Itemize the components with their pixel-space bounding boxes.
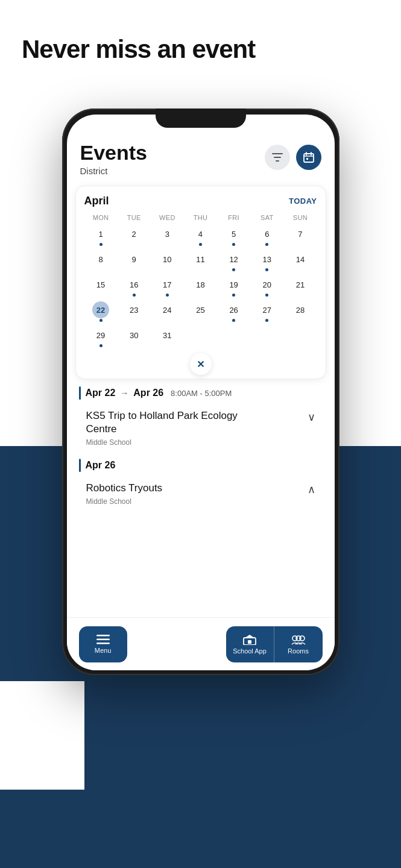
cal-day-31[interactable]: 31 (151, 324, 184, 350)
cal-day-23[interactable]: 23 (118, 299, 151, 324)
cal-day-11[interactable]: 11 (184, 248, 217, 274)
school-app-icon (243, 634, 256, 645)
cal-day-28[interactable]: 28 (283, 299, 317, 324)
svg-rect-9 (96, 638, 110, 640)
cal-day-5[interactable]: 5 (217, 223, 250, 248)
cal-day-15[interactable]: 15 (84, 274, 118, 299)
menu-label: Menu (95, 647, 112, 654)
cal-day-7[interactable]: 7 (283, 223, 317, 248)
cal-day-14[interactable]: 14 (283, 248, 317, 274)
svg-rect-3 (304, 154, 314, 162)
events-list: Apr 22 → Apr 26 8:00AM - 5:00PM KS5 Trip… (67, 379, 335, 512)
day-sat: SAT (250, 212, 283, 223)
cal-day-19[interactable]: 19 (217, 274, 250, 299)
cal-day-27[interactable]: 27 (250, 299, 283, 324)
svg-marker-12 (244, 635, 255, 638)
event-2-title: Robotics Tryouts (86, 482, 163, 495)
event-1-school: Middle School (86, 438, 255, 447)
cal-day-22[interactable]: 22 (84, 299, 118, 324)
cal-day-12[interactable]: 12 (217, 248, 250, 274)
event-1-date-row: Apr 22 → Apr 26 8:00AM - 5:00PM (79, 386, 323, 400)
filter-button[interactable] (265, 145, 290, 170)
cal-empty-3 (250, 324, 283, 350)
cal-day-6[interactable]: 6 (250, 223, 283, 248)
cal-empty-1 (184, 324, 217, 350)
school-app-button[interactable]: School App (226, 626, 274, 662)
calendar-day-names: MON TUE WED THU FRI SAT SUN 1 2 3 4 5 6 … (84, 212, 317, 350)
event-1-time: 8:00AM - 5:00PM (171, 389, 232, 398)
event-2-date-row: Apr 26 (79, 459, 323, 472)
cal-day-1[interactable]: 1 (84, 223, 118, 248)
cal-day-13[interactable]: 13 (250, 248, 283, 274)
school-app-label: School App (233, 647, 267, 655)
cal-day-3[interactable]: 3 (151, 223, 184, 248)
page-subtitle: District (80, 166, 148, 176)
page-title: Events (80, 141, 148, 165)
phone-notch (156, 108, 246, 128)
cal-day-30[interactable]: 30 (118, 324, 151, 350)
day-wed: WED (151, 212, 184, 223)
cal-day-8[interactable]: 8 (84, 248, 118, 274)
cal-day-16[interactable]: 16 (118, 274, 151, 299)
event-2-chevron[interactable]: ∧ (308, 483, 315, 496)
event-1-arrow: → (120, 388, 128, 398)
cal-day-26[interactable]: 26 (217, 299, 250, 324)
menu-button[interactable]: Menu (79, 626, 127, 662)
hamburger-icon (96, 635, 110, 644)
calendar-view-button[interactable] (296, 145, 321, 170)
calendar-card: April TODAY MON TUE WED THU FRI SAT SUN … (75, 186, 326, 379)
day-tue: TUE (118, 212, 151, 223)
svg-rect-1 (274, 157, 281, 158)
hero-title: Never miss an event (22, 35, 255, 64)
event-2-date-start: Apr 26 (86, 460, 116, 471)
cal-day-25[interactable]: 25 (184, 299, 217, 324)
event-1-date-start: Apr 22 (86, 388, 116, 398)
cal-day-9[interactable]: 9 (118, 248, 151, 274)
cal-day-4[interactable]: 4 (184, 223, 217, 248)
day-fri: FRI (217, 212, 250, 223)
cal-day-10[interactable]: 10 (151, 248, 184, 274)
nav-right-group: School App Rooms (226, 626, 323, 662)
event-1-chevron[interactable]: ∨ (308, 410, 315, 424)
cal-empty-2 (217, 324, 250, 350)
day-thu: THU (184, 212, 217, 223)
calendar-today-btn[interactable]: TODAY (289, 197, 317, 206)
calendar-icon (303, 151, 315, 163)
bottom-navigation: Menu School App (67, 617, 335, 670)
rooms-button[interactable]: Rooms (274, 626, 323, 662)
cal-day-18[interactable]: 18 (184, 274, 217, 299)
event-2-card[interactable]: Robotics Tryouts Middle School ∧ (79, 476, 323, 512)
svg-rect-2 (276, 160, 279, 162)
calendar-collapse-button[interactable]: ✕ (190, 353, 212, 375)
event-1-date-end: Apr 26 (133, 388, 163, 398)
event-2-school: Middle School (86, 497, 163, 506)
rooms-icon (291, 634, 306, 645)
cal-day-17[interactable]: 17 (151, 274, 184, 299)
calendar-month: April (84, 195, 109, 207)
svg-rect-8 (96, 635, 110, 637)
event-1-date-bar (79, 386, 81, 400)
svg-rect-0 (272, 153, 283, 154)
cal-day-29[interactable]: 29 (84, 324, 118, 350)
day-sun: SUN (283, 212, 317, 223)
cal-day-20[interactable]: 20 (250, 274, 283, 299)
filter-icon (272, 153, 283, 162)
event-2-date-bar (79, 459, 81, 472)
day-mon: MON (84, 212, 118, 223)
rooms-label: Rooms (288, 647, 309, 655)
event-1-card[interactable]: KS5 Trip to Holland Park Ecology Centre … (79, 403, 323, 453)
cal-day-24[interactable]: 24 (151, 299, 184, 324)
svg-rect-13 (248, 640, 251, 644)
cal-empty-4 (283, 324, 317, 350)
event-1-title: KS5 Trip to Holland Park Ecology Centre (86, 409, 255, 436)
svg-rect-7 (306, 158, 308, 160)
cal-day-2[interactable]: 2 (118, 223, 151, 248)
svg-rect-10 (96, 643, 110, 644)
cal-day-21[interactable]: 21 (283, 274, 317, 299)
